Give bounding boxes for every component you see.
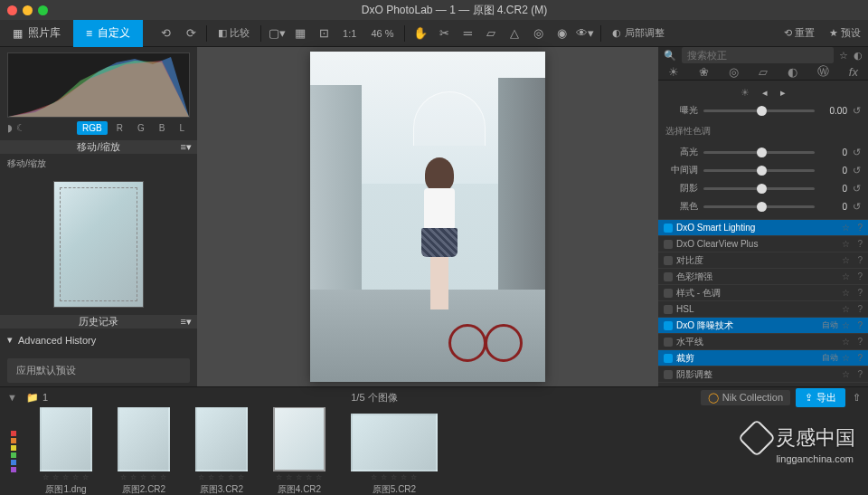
filmstrip-item[interactable]: ☆ ☆ ☆ ☆ ☆原图1.dng — [40, 407, 92, 495]
help-icon[interactable]: ? — [857, 369, 863, 379]
filmstrip-item[interactable]: ☆ ☆ ☆ ☆ ☆原图2.CR2 — [118, 407, 170, 495]
tool-row[interactable]: 水平线☆? — [658, 333, 868, 349]
tool-row[interactable]: 对比度☆? — [658, 252, 868, 268]
chevron-right-icon[interactable]: ▸ — [780, 87, 786, 99]
moon-icon[interactable]: ☾ — [16, 122, 25, 134]
layout-button[interactable]: ▢▾ — [265, 23, 288, 44]
help-icon[interactable]: ? — [857, 288, 863, 298]
filter-icon[interactable]: ▼ — [7, 392, 17, 403]
rating-stars[interactable]: ☆ ☆ ☆ ☆ ☆ — [198, 473, 246, 481]
nik-collection-button[interactable]: ◯ Nik Collection — [701, 390, 790, 405]
help-icon[interactable]: ? — [857, 337, 863, 347]
tool-switch-icon[interactable] — [664, 354, 673, 363]
star-icon[interactable]: ☆ — [842, 304, 850, 314]
star-icon[interactable]: ☆ — [842, 239, 850, 249]
tool-row[interactable]: 样式 - 色调☆? — [658, 284, 868, 300]
tool-row[interactable]: DxO 降噪技术自动☆? — [658, 317, 868, 333]
star-icon[interactable]: ☆ — [842, 255, 850, 265]
channel-l[interactable]: L — [174, 121, 190, 135]
tool-row[interactable]: Instant Watermarking☆? — [658, 382, 868, 386]
tool-row[interactable]: 阴影调整☆? — [658, 366, 868, 382]
hand-tool-icon[interactable]: ✋ — [409, 23, 432, 44]
filmstrip-item[interactable]: ☆ ☆ ☆ ☆ ☆原图3.CR2 — [195, 407, 248, 495]
toggle-icon[interactable]: ◐ — [854, 50, 863, 62]
rating-stars[interactable]: ☆ ☆ ☆ ☆ ☆ — [42, 473, 90, 481]
slider-exposure[interactable]: 曝光 0.00 ↺ — [665, 101, 861, 119]
rating-stars[interactable]: ☆ ☆ ☆ ☆ ☆ — [276, 473, 324, 481]
move-zoom-header[interactable]: 移动/缩放 ≡▾ — [0, 140, 197, 154]
channel-r[interactable]: R — [111, 121, 128, 135]
tab-customize[interactable]: ≡ 自定义 — [73, 20, 143, 47]
star-icon[interactable]: ☆ — [842, 271, 850, 281]
tool-switch-icon[interactable] — [664, 289, 673, 298]
reset-icon[interactable]: ↺ — [853, 183, 861, 195]
slider-blacks[interactable]: 黑色 0 ↺ — [665, 197, 861, 215]
help-icon[interactable]: ? — [857, 386, 863, 386]
star-icon[interactable]: ☆ — [842, 288, 850, 298]
channel-rgb[interactable]: RGB — [77, 121, 108, 135]
horizon-tool-icon[interactable]: ═ — [456, 23, 479, 44]
tool-switch-icon[interactable] — [664, 305, 673, 314]
tool-switch-icon[interactable] — [664, 321, 673, 330]
export-button[interactable]: ⇪ 导出 — [796, 388, 845, 407]
slider-midtones[interactable]: 中间调 0 ↺ — [665, 161, 861, 179]
star-icon[interactable]: ☆ — [842, 223, 850, 233]
grid-overlay-button[interactable]: ▦ — [288, 23, 312, 44]
detail-tab-icon[interactable]: ◎ — [729, 65, 739, 79]
tool-switch-icon[interactable] — [664, 240, 673, 249]
help-icon[interactable]: ? — [857, 255, 863, 265]
preview-icon[interactable]: 👁▾ — [573, 23, 597, 44]
minimize-icon[interactable] — [23, 5, 33, 15]
undo-button[interactable]: ⟲ — [154, 23, 177, 44]
keystone-tool-icon[interactable]: △ — [503, 23, 526, 44]
help-icon[interactable]: ? — [857, 223, 863, 233]
tool-row[interactable]: 裁剪自动☆? — [658, 349, 868, 366]
tool-switch-icon[interactable] — [664, 256, 673, 265]
maximize-icon[interactable] — [38, 5, 48, 15]
help-icon[interactable]: ? — [857, 239, 863, 249]
local-adjustments-button[interactable]: ◐ 局部调整 — [605, 23, 671, 44]
menu-icon[interactable]: ≡▾ — [181, 316, 192, 328]
color-tab-icon[interactable]: ❀ — [699, 65, 709, 79]
star-icon[interactable]: ☆ — [842, 369, 850, 379]
tool-row[interactable]: 色彩增强☆? — [658, 268, 868, 284]
channel-b[interactable]: B — [154, 121, 171, 135]
star-icon[interactable]: ☆ — [842, 386, 850, 386]
history-item[interactable]: 应用默认预设 — [7, 358, 190, 383]
presets-button[interactable]: ★ 预设 — [822, 23, 868, 44]
reset-icon[interactable]: ↺ — [853, 147, 861, 158]
zoom-percent[interactable]: 46 % — [363, 23, 401, 44]
shadow-clip-icon[interactable]: ◗ — [7, 122, 13, 134]
crop-tool-icon[interactable]: ✂ — [432, 23, 456, 44]
fx-tab-icon[interactable]: fx — [849, 65, 858, 79]
local-tab-icon[interactable]: ◐ — [788, 65, 797, 79]
redo-button[interactable]: ⟳ — [179, 23, 203, 44]
tool-row[interactable]: HSL☆? — [658, 300, 868, 317]
light-tab-icon[interactable]: ☀ — [668, 65, 679, 79]
history-header[interactable]: 历史记录 ≡▾ — [0, 315, 197, 328]
watermark-tab-icon[interactable]: Ⓦ — [817, 63, 829, 80]
tool-switch-icon[interactable] — [664, 272, 673, 281]
tab-library[interactable]: ▦ 照片库 — [0, 20, 73, 47]
star-icon[interactable]: ☆ — [842, 320, 850, 330]
reset-icon[interactable]: ↺ — [853, 105, 861, 117]
tool-row[interactable]: DxO Smart Lighting☆? — [658, 219, 868, 235]
help-icon[interactable]: ? — [857, 353, 863, 363]
tool-row[interactable]: DxO ClearView Plus☆? — [658, 235, 868, 252]
redeye-tool-icon[interactable]: ◉ — [550, 23, 573, 44]
menu-icon[interactable]: ≡▾ — [181, 141, 192, 153]
zoom-fit-button[interactable]: ⊡ — [312, 23, 335, 44]
slider-highlights[interactable]: 高光 0 ↺ — [665, 143, 861, 161]
reset-button[interactable]: ⟲ 重置 — [777, 23, 822, 44]
search-input[interactable] — [682, 47, 834, 63]
chevron-down-icon[interactable]: ▾ — [7, 334, 13, 346]
help-icon[interactable]: ? — [857, 271, 863, 281]
navigator-thumb[interactable] — [0, 174, 197, 315]
reset-icon[interactable]: ↺ — [853, 201, 861, 213]
help-icon[interactable]: ? — [857, 304, 863, 314]
perspective-tool-icon[interactable]: ▱ — [479, 23, 503, 44]
star-icon[interactable]: ☆ — [842, 337, 850, 347]
chevron-left-icon[interactable]: ◂ — [762, 87, 768, 99]
filmstrip-item[interactable]: ☆ ☆ ☆ ☆ ☆原图4.CR2 — [273, 407, 326, 495]
tool-switch-icon[interactable] — [664, 338, 673, 347]
